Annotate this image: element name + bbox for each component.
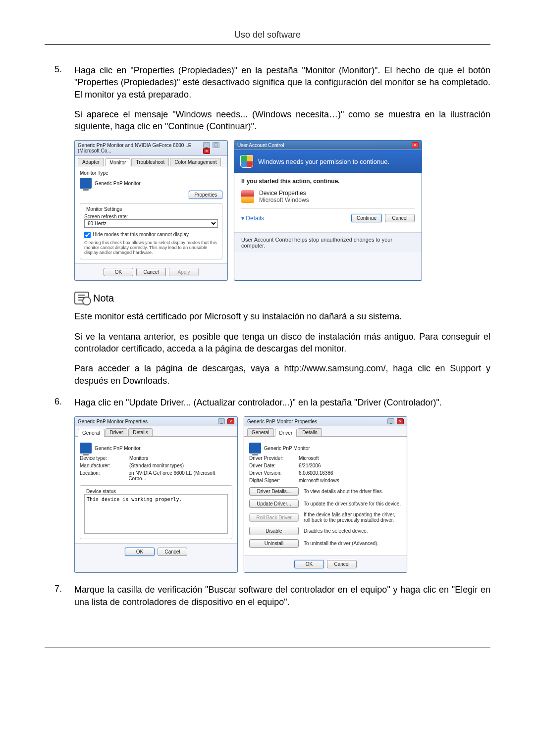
- location-value: on NVIDIA GeForce 6600 LE (Microsoft Cor…: [128, 470, 232, 481]
- manufacturer-value: (Standard monitor types): [129, 463, 184, 468]
- refresh-rate-label: Screen refresh rate:: [84, 214, 218, 219]
- close-icon[interactable]: ×: [227, 418, 234, 424]
- driver-date-label: Driver Date:: [249, 463, 294, 468]
- tab-details[interactable]: Details: [128, 428, 153, 436]
- tab-color-management[interactable]: Color Management: [170, 158, 221, 166]
- details-expander[interactable]: Details: [241, 215, 348, 222]
- monitor-dialog-title: Generic PnP Monitor and NVIDIA GeForce 6…: [78, 143, 202, 153]
- minimize-icon[interactable]: _: [387, 418, 394, 424]
- uninstall-desc: To uninstall the driver (Advanced).: [304, 541, 402, 546]
- uninstall-button[interactable]: Uninstall: [249, 539, 299, 548]
- uac-titlebar: User Account Control ×: [234, 141, 422, 150]
- clearing-checkbox-help: Clearing this check box allows you to se…: [84, 240, 218, 255]
- window-buttons: ×: [411, 142, 419, 148]
- disable-button[interactable]: Disable: [249, 527, 299, 535]
- hide-modes-checkbox[interactable]: [84, 232, 91, 238]
- ok-button[interactable]: OK: [294, 560, 324, 568]
- driver-provider-value: Microsoft: [299, 455, 319, 461]
- close-icon[interactable]: ×: [412, 142, 419, 148]
- note-paragraph1: Este monitor está certificado por Micros…: [74, 310, 490, 322]
- close-icon[interactable]: ×: [397, 418, 404, 424]
- location-label: Location:: [80, 470, 123, 481]
- note-icon: [74, 292, 89, 304]
- tab-general[interactable]: General: [78, 429, 105, 437]
- monitor-type-label: Monitor Type: [80, 170, 222, 176]
- shield-icon: [240, 155, 253, 168]
- tab-details[interactable]: Details: [298, 428, 322, 436]
- uac-program-title: Device Properties: [259, 190, 309, 197]
- monitor-icon: [80, 443, 92, 454]
- general-properties-dialog: Generic PnP Monitor Properties _ × Gener…: [74, 416, 238, 573]
- cancel-button[interactable]: Cancel: [385, 214, 415, 222]
- maximize-icon[interactable]: □: [213, 142, 219, 148]
- device-type-value: Monitors: [129, 455, 148, 461]
- continue-button[interactable]: Continue: [351, 214, 382, 222]
- minimize-icon[interactable]: _: [218, 418, 225, 424]
- tab-adapter[interactable]: Adapter: [78, 158, 104, 166]
- roll-back-desc: If the device fails after updating the d…: [304, 512, 402, 523]
- driver-dialog-title: Generic PnP Monitor Properties: [247, 419, 317, 424]
- tab-driver[interactable]: Driver: [106, 428, 128, 436]
- ok-button[interactable]: OK: [104, 268, 133, 276]
- window-buttons: _ □ ×: [202, 142, 224, 154]
- cancel-button[interactable]: Cancel: [327, 560, 357, 568]
- refresh-rate-select[interactable]: 60 Hertz: [84, 219, 218, 228]
- footer-rule: [45, 648, 490, 648]
- device-type-label: Device type:: [80, 455, 124, 461]
- uac-title: User Account Control: [237, 143, 284, 148]
- general-device-name: Generic PnP Monitor: [95, 446, 141, 451]
- monitor-name: Generic PnP Monitor: [95, 181, 141, 186]
- step7-number: 7.: [54, 584, 62, 594]
- driver-device-name: Generic PnP Monitor: [264, 446, 310, 451]
- roll-back-driver-button[interactable]: Roll Back Driver: [249, 513, 299, 522]
- update-driver-desc: To update the driver software for this d…: [304, 501, 402, 506]
- ok-button[interactable]: OK: [125, 548, 155, 556]
- general-dialog-title: Generic PnP Monitor Properties: [78, 419, 148, 424]
- digital-signer-value: microsoft windows: [299, 478, 339, 483]
- step6-figure-row: Generic PnP Monitor Properties _ × Gener…: [74, 416, 490, 573]
- step6-paragraph1: Haga clic en "Update Driver... (Actualiz…: [74, 397, 490, 408]
- driver-version-value: 6.0.6000.16386: [299, 470, 333, 476]
- digital-signer-label: Digital Signer:: [249, 478, 294, 483]
- step7-paragraph1: Marque la casilla de verificación "Busca…: [74, 584, 490, 608]
- tab-troubleshoot[interactable]: Troubleshoot: [131, 158, 169, 166]
- driver-version-label: Driver Version:: [249, 470, 294, 476]
- note-paragraph3: Para acceder a la página de descargas, v…: [74, 362, 490, 387]
- tab-monitor[interactable]: Monitor: [105, 158, 130, 166]
- close-icon[interactable]: ×: [203, 148, 210, 154]
- driver-provider-label: Driver Provider:: [249, 455, 294, 461]
- tab-driver[interactable]: Driver: [275, 429, 297, 437]
- uac-banner-text: Windows needs your permission to contion…: [258, 158, 389, 165]
- properties-button[interactable]: Properties: [189, 191, 222, 199]
- device-status-label: Device status: [84, 489, 118, 494]
- minimize-icon[interactable]: _: [203, 142, 210, 148]
- hide-modes-label: Hide modes that this monitor cannot disp…: [93, 232, 189, 237]
- step6-number: 6.: [54, 397, 62, 407]
- manufacturer-label: Manufacturer:: [80, 463, 124, 468]
- note-heading: Nota: [74, 292, 490, 304]
- cancel-button[interactable]: Cancel: [158, 548, 187, 556]
- monitor-dialog-titlebar: Generic PnP Monitor and NVIDIA GeForce 6…: [75, 141, 227, 156]
- window-buttons: _ ×: [217, 418, 234, 424]
- driver-details-desc: To view details about the driver files.: [304, 489, 402, 494]
- uac-dialog: User Account Control × Windows needs you…: [234, 140, 422, 281]
- header-rule: [45, 44, 490, 45]
- monitor-icon: [80, 178, 92, 189]
- step5-figure-row: Generic PnP Monitor and NVIDIA GeForce 6…: [74, 140, 490, 281]
- window-buttons: _ ×: [386, 418, 404, 424]
- update-driver-button[interactable]: Update Driver...: [249, 500, 299, 508]
- note-title: Nota: [93, 293, 114, 304]
- uac-program-publisher: Microsoft Windows: [259, 197, 309, 203]
- uac-footer-text: User Account Control helps stop unauthor…: [234, 232, 422, 252]
- cancel-button[interactable]: Cancel: [136, 268, 166, 276]
- page-header: Uso del software: [45, 30, 490, 44]
- note-paragraph2: Si ve la ventana anterior, es posible qu…: [74, 331, 490, 355]
- tab-general[interactable]: General: [247, 428, 274, 436]
- step5-paragraph2: Si aparece el mensaje "Windows needs... …: [74, 108, 490, 133]
- apply-button[interactable]: Apply: [169, 268, 199, 276]
- driver-details-button[interactable]: Driver Details...: [249, 487, 299, 496]
- driver-properties-dialog: Generic PnP Monitor Properties _ × Gener…: [244, 416, 407, 573]
- monitor-settings-label: Monitor Settings: [84, 206, 124, 212]
- driver-date-value: 6/21/2006: [299, 463, 321, 468]
- uac-if-started: If you started this action, continue.: [241, 178, 415, 185]
